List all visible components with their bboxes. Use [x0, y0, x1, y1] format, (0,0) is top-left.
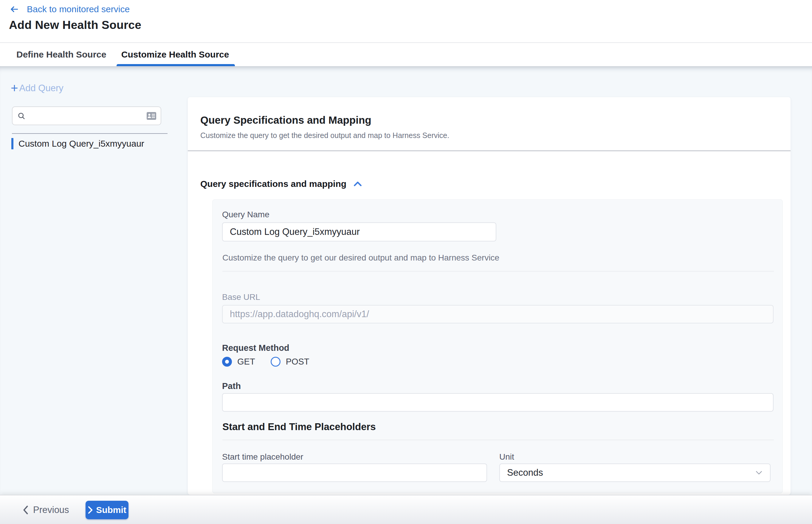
tab-define-health-source[interactable]: Define Health Source — [16, 43, 107, 66]
submit-button[interactable]: Submit — [85, 501, 129, 519]
request-method-label: Request Method — [222, 343, 290, 353]
radio-post-label[interactable]: POST — [286, 357, 309, 366]
selected-indicator-bar — [11, 138, 13, 149]
submit-button-label: Submit — [96, 505, 126, 515]
panel-subtitle: Customize the query to get the desired o… — [200, 131, 449, 140]
section-accordion-header[interactable]: Query specifications and mapping — [200, 179, 362, 189]
query-search-box — [12, 107, 161, 125]
search-input[interactable] — [26, 111, 146, 121]
back-link[interactable]: Back to monitored service — [9, 4, 130, 15]
query-name-input[interactable] — [222, 222, 496, 242]
path-input[interactable] — [222, 393, 774, 412]
unit-label: Unit — [499, 452, 514, 462]
tab-bar: Define Health Source Customize Health So… — [0, 42, 812, 66]
previous-button[interactable]: Previous — [22, 501, 69, 519]
panel-divider — [188, 150, 791, 151]
start-time-input[interactable] — [222, 463, 487, 482]
back-link-label: Back to monitored service — [27, 4, 130, 14]
tab-customize-health-source[interactable]: Customize Health Source — [121, 43, 229, 66]
search-icon — [17, 112, 26, 120]
chevron-down-icon — [755, 470, 763, 475]
query-mapping-card: Query Name Customize the query to get ou… — [212, 199, 783, 493]
page-title: Add New Health Source — [9, 18, 141, 32]
query-name-help-text: Customize the query to get our desired o… — [222, 253, 499, 263]
sidebar-divider — [12, 133, 167, 134]
page-header: Back to monitored service Add New Health… — [0, 0, 812, 42]
radio-post[interactable] — [271, 357, 280, 366]
request-method-radio-group: GET POST — [222, 357, 309, 366]
form-divider — [222, 271, 774, 272]
add-query-label: Add Query — [19, 83, 64, 94]
path-label: Path — [222, 381, 241, 391]
query-item-label: Custom Log Query_i5xmyyuaur — [18, 138, 144, 149]
tab-label: Define Health Source — [16, 49, 107, 60]
section-heading: Query specifications and mapping — [200, 179, 346, 189]
panel-title: Query Specifications and Mapping — [200, 114, 371, 126]
radio-get-label[interactable]: GET — [237, 357, 255, 366]
form-divider — [222, 440, 774, 440]
start-time-label: Start time placeholder — [222, 452, 303, 462]
active-tab-underline — [116, 64, 235, 66]
add-query-button[interactable]: + Add Query — [11, 82, 64, 94]
time-placeholders-heading: Start and End Time Placeholders — [222, 421, 376, 432]
base-url-label: Base URL — [222, 292, 260, 302]
query-list-item[interactable]: Custom Log Query_i5xmyyuaur — [11, 138, 144, 149]
base-url-input[interactable] — [222, 305, 774, 323]
query-name-label: Query Name — [222, 210, 270, 219]
chevron-right-icon — [88, 506, 93, 514]
address-card-icon[interactable] — [146, 112, 157, 120]
content-area: + Add Query Custom Log Query_i5xmyyuaur — [0, 66, 812, 495]
previous-button-label: Previous — [33, 505, 69, 515]
radio-get[interactable] — [222, 357, 232, 366]
unit-select[interactable]: Seconds — [499, 463, 770, 482]
tab-label: Customize Health Source — [121, 49, 229, 60]
plus-icon: + — [11, 82, 18, 94]
wizard-footer: Previous Submit — [0, 495, 812, 524]
query-specifications-panel: Query Specifications and Mapping Customi… — [188, 97, 791, 495]
chevron-up-icon[interactable] — [353, 180, 362, 187]
unit-select-value: Seconds — [507, 468, 755, 478]
arrow-left-icon — [9, 4, 20, 14]
chevron-left-icon — [22, 506, 29, 514]
